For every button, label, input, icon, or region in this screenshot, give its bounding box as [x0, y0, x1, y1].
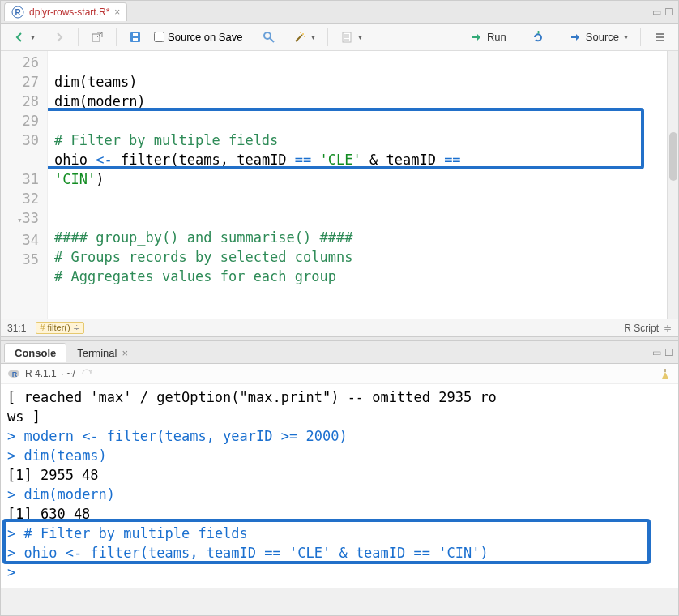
code-token: dim — [54, 93, 79, 109]
cursor-position: 31:1 — [7, 323, 26, 334]
console-prompt: > — [7, 486, 23, 503]
run-button[interactable]: Run — [465, 28, 512, 46]
run-icon — [471, 31, 484, 44]
language-dropdown-icon[interactable]: ≑ — [664, 323, 672, 334]
code-comment: # Aggregates values for each group — [54, 268, 336, 284]
console-line: ohio <- filter(teams, teamID == 'CLE' & … — [23, 545, 488, 561]
file-tab[interactable]: R dplyr-rows-start.R* × — [4, 2, 127, 21]
code-string: 'CIN' — [54, 171, 96, 187]
console-tabbar: Console Terminal × ▭ ☐ — [1, 341, 678, 364]
rerun-button[interactable] — [526, 28, 550, 46]
console-prompt: > — [7, 564, 15, 580]
tab-console-label: Console — [15, 347, 56, 359]
source-label: Source — [586, 31, 619, 43]
console-prompt: > — [7, 545, 23, 561]
share-icon[interactable] — [80, 367, 93, 380]
code-op: == — [295, 152, 311, 168]
minimize-pane-icon[interactable]: ▭ — [652, 347, 661, 358]
line-number: 35 — [1, 250, 39, 269]
source-on-save-checkbox[interactable]: Source on Save — [154, 31, 243, 43]
maximize-pane-icon[interactable]: ☐ — [664, 347, 673, 358]
r-logo-icon: R — [7, 367, 20, 380]
line-number: 27 — [1, 72, 39, 92]
minimize-pane-icon[interactable]: ▭ — [652, 6, 661, 18]
scroll-thumb[interactable] — [669, 132, 677, 181]
console-line: ws ] — [7, 409, 41, 425]
editor-scrollbar[interactable] — [667, 51, 678, 319]
scope-badge[interactable]: # filter() ≑ — [36, 322, 83, 334]
source-on-save-input[interactable] — [154, 32, 164, 42]
console-output[interactable]: [ reached 'max' / getOption("max.print")… — [1, 384, 678, 588]
code-comment: #### group_by() and summarise() #### — [54, 229, 352, 246]
console-prompt: > — [7, 428, 23, 444]
svg-rect-5 — [133, 33, 138, 36]
code-comment: # Filter by multiple fields — [54, 132, 278, 148]
line-gutter: 26 27 28 29 30 31 32 ▾33 34 35 — [1, 51, 48, 319]
save-icon — [129, 31, 142, 44]
tab-terminal-label: Terminal — [77, 347, 117, 359]
close-icon[interactable]: × — [114, 6, 120, 18]
code-token: (teams) — [79, 74, 138, 90]
code-token: filter(teams, teamID — [113, 152, 295, 168]
console-line: dim(teams) — [23, 447, 106, 464]
back-button[interactable]: ▾ — [7, 28, 41, 46]
code-token: ) — [96, 171, 104, 187]
outline-button[interactable] — [647, 28, 672, 46]
tab-terminal[interactable]: Terminal × — [66, 343, 139, 362]
clear-console-icon[interactable] — [659, 367, 672, 380]
code-op: == — [444, 152, 460, 168]
toolbar-divider — [250, 28, 250, 46]
svg-line-7 — [270, 38, 274, 42]
find-button[interactable] — [257, 28, 281, 46]
code-token: ohio — [54, 152, 96, 168]
toolbar-divider — [519, 28, 519, 46]
console-line: dim(modern) — [23, 486, 115, 503]
source-editor[interactable]: 26 27 28 29 30 31 32 ▾33 34 35 dim(teams… — [1, 51, 678, 319]
maximize-pane-icon[interactable]: ☐ — [664, 6, 673, 18]
arrow-left-icon — [13, 31, 26, 44]
source-button[interactable]: Source ▾ — [564, 28, 634, 46]
svg-rect-2 — [92, 34, 100, 41]
compile-button[interactable]: ▾ — [335, 28, 368, 46]
run-label: Run — [487, 31, 506, 43]
svg-line-8 — [296, 35, 302, 41]
rerun-icon — [532, 31, 544, 44]
scope-label: filter() — [48, 323, 70, 332]
line-number: 28 — [1, 92, 39, 111]
toolbar-divider — [640, 28, 641, 46]
code-op: <- — [96, 152, 112, 168]
popout-button[interactable] — [85, 28, 109, 46]
working-dir: · ~/ — [62, 368, 75, 379]
notebook-icon — [340, 31, 353, 44]
code-string: 'CLE' — [320, 152, 361, 168]
line-number: 30 — [1, 130, 39, 150]
toolbar-divider — [557, 28, 557, 46]
arrow-right-icon — [53, 31, 66, 44]
search-icon — [263, 31, 275, 44]
source-tabbar: R dplyr-rows-start.R* × ▭ ☐ — [1, 1, 678, 24]
svg-text:R: R — [12, 370, 18, 379]
svg-point-10 — [304, 36, 305, 37]
wand-button[interactable]: ▾ — [288, 28, 321, 46]
svg-point-11 — [300, 32, 301, 33]
line-number: 29 — [1, 111, 39, 130]
source-toolbar: ▾ Source on Save ▾ ▾ — [1, 24, 678, 51]
close-icon[interactable]: × — [122, 347, 128, 359]
forward-button[interactable] — [47, 28, 71, 46]
code-token: (modern) — [79, 93, 146, 109]
code-area[interactable]: dim(teams) dim(modern) # Filter by multi… — [48, 51, 667, 319]
console-info: R R 4.1.1 · ~/ — [1, 364, 678, 384]
toolbar-divider — [78, 28, 79, 46]
line-number: 33 — [23, 210, 39, 226]
line-number: 32 — [1, 189, 39, 208]
file-tab-label: dplyr-rows-start.R* — [29, 6, 109, 18]
tab-console[interactable]: Console — [4, 343, 66, 362]
fold-icon[interactable]: ▾ — [16, 211, 23, 230]
svg-rect-4 — [133, 38, 138, 41]
outline-icon — [653, 31, 666, 44]
wand-icon — [293, 31, 306, 44]
save-button[interactable] — [123, 28, 147, 46]
code-comment: # Groups records by selected columns — [54, 249, 352, 265]
language-label: R Script — [624, 323, 659, 334]
console-line: [1] 2955 48 — [7, 467, 99, 483]
